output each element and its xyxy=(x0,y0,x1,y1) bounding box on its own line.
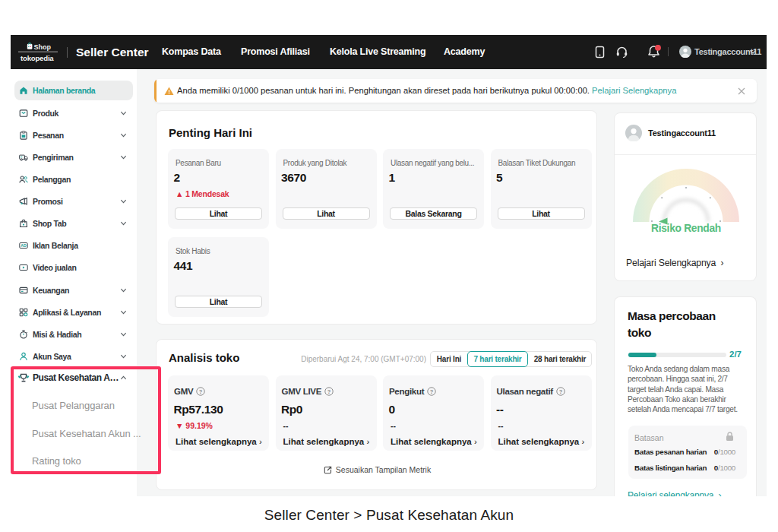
svg-text:?: ? xyxy=(199,388,203,395)
svg-text:?: ? xyxy=(327,388,331,395)
svg-text:tokopedia: tokopedia xyxy=(21,54,54,62)
svg-text:Shop: Shop xyxy=(34,43,52,51)
svg-text:?: ? xyxy=(559,388,563,395)
svg-text:AD: AD xyxy=(21,243,27,248)
svg-text:?: ? xyxy=(430,388,434,395)
